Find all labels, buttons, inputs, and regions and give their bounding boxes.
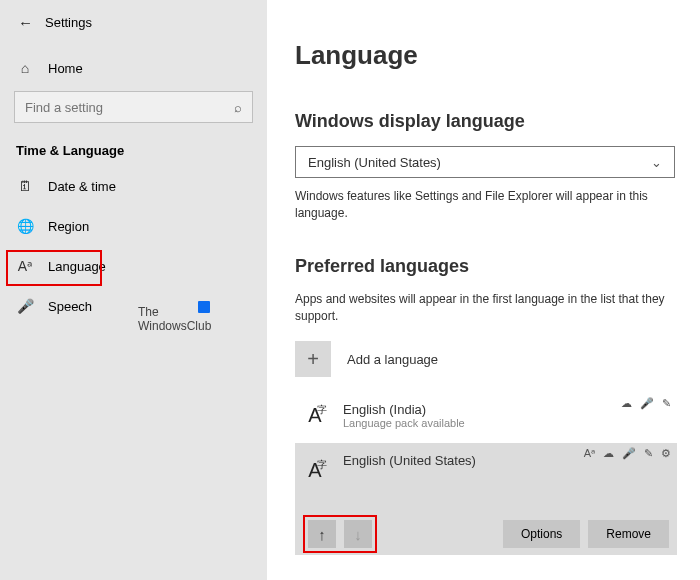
display-language-value: English (United States) xyxy=(308,155,441,170)
sidebar-item-home[interactable]: ⌂ Home xyxy=(0,49,267,87)
home-label: Home xyxy=(48,61,83,76)
back-icon[interactable]: ← xyxy=(18,14,33,31)
sidebar-item-label: Speech xyxy=(48,299,92,314)
language-card-india[interactable]: A字 English (India) Language pack availab… xyxy=(295,393,677,437)
sidebar-item-language[interactable]: Aᵃ Language xyxy=(0,246,267,286)
displaylang-icon: Aᵃ xyxy=(584,447,595,460)
feature-icons: Aᵃ ☁ 🎤 ✎ ⚙ xyxy=(584,447,671,460)
sidebar-item-datetime[interactable]: 🗓 Date & time xyxy=(0,166,267,206)
sidebar-item-label: Date & time xyxy=(48,179,116,194)
page-title: Language xyxy=(295,40,678,71)
language-icon: Aᵃ xyxy=(16,258,34,274)
language-sub: Language pack available xyxy=(343,417,465,429)
section-preferred-languages: Preferred languages xyxy=(295,256,678,277)
watermark-line1: The xyxy=(138,305,159,319)
tts-icon: ☁ xyxy=(603,447,614,460)
preferred-caption: Apps and websites will appear in the fir… xyxy=(295,291,675,325)
move-up-button[interactable]: ↑ xyxy=(308,520,336,548)
mic-icon: 🎤 xyxy=(16,298,34,314)
speech-icon: 🎤 xyxy=(640,397,654,410)
annotation-highlight-arrows: ↑ ↓ xyxy=(303,515,377,553)
search-icon: ⌕ xyxy=(234,100,242,115)
speech-icon: 🎤 xyxy=(622,447,636,460)
handwriting-icon: ✎ xyxy=(662,397,671,410)
category-title: Time & Language xyxy=(0,137,267,166)
sidebar: ← Settings ⌂ Home ⌕ Time & Language 🗓 Da… xyxy=(0,0,267,580)
handwriting-icon: ✎ xyxy=(644,447,653,460)
language-glyph-icon: A字 xyxy=(301,459,329,482)
move-down-button[interactable]: ↓ xyxy=(344,520,372,548)
tts-icon: ☁ xyxy=(621,397,632,410)
app-title: Settings xyxy=(45,15,92,30)
sidebar-item-label: Region xyxy=(48,219,89,234)
date-icon: 🗓 xyxy=(16,178,34,194)
language-glyph-icon: A字 xyxy=(301,404,329,427)
search-box[interactable]: ⌕ xyxy=(14,91,253,123)
feature-icons: ☁ 🎤 ✎ xyxy=(621,397,671,410)
add-language-label: Add a language xyxy=(347,352,438,367)
display-language-dropdown[interactable]: English (United States) ⌄ xyxy=(295,146,675,178)
settings-icon: ⚙ xyxy=(661,447,671,460)
header-row: ← Settings xyxy=(0,10,267,49)
watermark-line2: WindowsClub xyxy=(138,319,211,333)
display-language-caption: Windows features like Settings and File … xyxy=(295,188,665,222)
sidebar-item-region[interactable]: 🌐 Region xyxy=(0,206,267,246)
content: Language Windows display language Englis… xyxy=(267,0,700,580)
language-name: English (United States) xyxy=(343,453,476,468)
watermark-logo xyxy=(198,301,210,313)
globe-icon: 🌐 xyxy=(16,218,34,234)
options-button[interactable]: Options xyxy=(503,520,580,548)
remove-button[interactable]: Remove xyxy=(588,520,669,548)
language-name: English (India) xyxy=(343,402,465,417)
section-display-language: Windows display language xyxy=(295,111,678,132)
nav-items: 🗓 Date & time 🌐 Region Aᵃ Language 🎤 Spe… xyxy=(0,166,267,326)
plus-icon: + xyxy=(295,341,331,377)
add-language-row[interactable]: + Add a language xyxy=(295,341,678,377)
language-card-us[interactable]: A字 English (United States) Aᵃ ☁ 🎤 ✎ ⚙ xyxy=(295,443,677,513)
search-input[interactable] xyxy=(25,100,209,115)
language-action-bar: ↑ ↓ Options Remove xyxy=(295,513,677,555)
chevron-down-icon: ⌄ xyxy=(651,155,662,170)
sidebar-item-speech[interactable]: 🎤 Speech xyxy=(0,286,267,326)
sidebar-item-label: Language xyxy=(48,259,106,274)
watermark: The WindowsClub xyxy=(138,305,211,333)
home-icon: ⌂ xyxy=(16,60,34,76)
